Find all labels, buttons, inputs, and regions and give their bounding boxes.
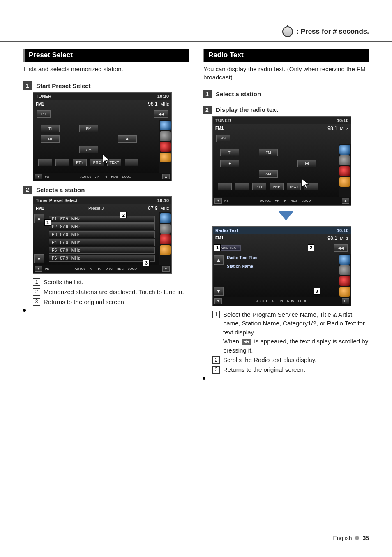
scroll-up-button[interactable]: ▲ xyxy=(214,255,224,265)
fm-button[interactable]: FM xyxy=(259,149,278,156)
collapse-icon[interactable]: ▼ xyxy=(214,198,222,204)
preset-item[interactable]: P287.9MHz xyxy=(49,223,155,230)
footer-ps: PS xyxy=(224,199,229,202)
note-1-box: 1 xyxy=(33,278,40,286)
record-icon[interactable] xyxy=(339,276,350,286)
record-icon[interactable] xyxy=(160,142,171,152)
text-button[interactable]: TEXT xyxy=(287,183,301,190)
am-button[interactable]: AM xyxy=(79,146,98,153)
blank-button[interactable] xyxy=(55,159,69,166)
expand-icon[interactable]: ▲ xyxy=(162,174,170,179)
expand-icon[interactable]: ▲ xyxy=(342,198,349,204)
frequency-value: 98.1 xyxy=(327,235,337,241)
globe-icon[interactable] xyxy=(160,213,171,223)
footer-af: AF xyxy=(272,299,276,303)
step-number-badge: 2 xyxy=(203,106,212,114)
section-end-dot xyxy=(203,377,205,380)
footer-drc: DRC xyxy=(105,267,112,271)
globe-icon[interactable] xyxy=(339,255,350,265)
settings-icon[interactable] xyxy=(160,245,171,255)
ti-button[interactable]: TI xyxy=(41,125,60,132)
frequency-unit: MHz xyxy=(340,126,348,131)
band-label: FM1 xyxy=(36,102,44,107)
preset-item[interactable]: P587.9MHz xyxy=(49,247,155,254)
note-2-box: 2 xyxy=(212,356,220,364)
globe-icon[interactable] xyxy=(160,121,171,130)
screen-title: TUNER xyxy=(36,94,51,99)
footer-auto: AUTO1 xyxy=(80,175,91,179)
rt-step-2-title: Display the radio text xyxy=(216,106,278,113)
media-icon[interactable] xyxy=(160,224,171,234)
screen-clock: 10:10 xyxy=(157,94,169,99)
blank-button[interactable] xyxy=(125,159,138,166)
return-icon[interactable]: ↵ xyxy=(162,266,170,272)
frequency-value: 98.1 xyxy=(327,125,337,131)
radio-text-plus-label: Radio Text Plus: xyxy=(227,255,336,260)
settings-icon[interactable] xyxy=(160,153,171,162)
pre-button[interactable]: PRE xyxy=(270,183,284,190)
settings-icon[interactable] xyxy=(339,287,350,297)
note-3-box: 3 xyxy=(33,298,40,306)
side-icon-column xyxy=(159,212,171,265)
callout-2: 2 xyxy=(120,212,127,218)
scroll-icon[interactable]: ◀◀ xyxy=(334,244,348,252)
fm-button[interactable]: FM xyxy=(79,125,98,132)
scroll-up-button[interactable]: ▲ xyxy=(34,214,44,223)
pty-button[interactable]: PTY xyxy=(252,183,266,190)
band-label: FM1 xyxy=(215,236,224,240)
preset-item[interactable]: P187.9MHz xyxy=(49,216,155,223)
preset-item[interactable]: P487.9MHz xyxy=(49,239,155,246)
record-icon[interactable] xyxy=(339,166,350,176)
band-label: FM1 xyxy=(215,126,224,130)
blank-button[interactable] xyxy=(235,183,249,190)
settings-icon[interactable] xyxy=(339,177,350,187)
stopwatch-icon xyxy=(282,26,293,37)
note-1-box: 1 xyxy=(212,311,220,318)
blank-button[interactable] xyxy=(218,183,232,190)
collapse-icon[interactable]: ▼ xyxy=(214,298,222,304)
screen-clock: 10:10 xyxy=(157,198,169,203)
record-icon[interactable] xyxy=(160,234,171,244)
arrow-down-icon xyxy=(279,211,293,220)
preset-item[interactable]: P687.9MHz xyxy=(49,255,155,262)
footer-af: AF xyxy=(95,175,99,179)
ps-button[interactable]: PS xyxy=(216,135,230,142)
note-1-text: Select the Program Service Name, Title &… xyxy=(223,310,369,355)
footer-af: AF xyxy=(275,199,279,202)
note-2-text: Scrolls the Radio text plus display. xyxy=(223,355,316,364)
am-button[interactable]: AM xyxy=(259,170,278,178)
media-icon[interactable] xyxy=(339,155,350,165)
footer-auto: AUTO1 xyxy=(260,199,271,202)
station-name-label: Station Name: xyxy=(227,264,336,269)
prev-button[interactable]: ⏮ xyxy=(41,135,60,143)
globe-icon[interactable] xyxy=(339,145,350,155)
ti-button[interactable]: TI xyxy=(220,149,239,156)
scroll-down-button[interactable]: ▼ xyxy=(214,287,224,296)
note-3-text: Returns to the original screen. xyxy=(223,365,305,374)
preset-item[interactable]: P387.9MHz xyxy=(49,231,155,238)
rt-step-2-header: 2 Display the radio text xyxy=(203,106,369,114)
scroll-icon[interactable]: ◀◀ xyxy=(154,110,168,118)
next-button[interactable]: ⏭ xyxy=(118,135,137,143)
collapse-icon[interactable]: ▼ xyxy=(35,174,42,179)
prev-button[interactable]: ⏮ xyxy=(220,160,239,167)
scroll-down-button[interactable]: ▼ xyxy=(34,254,44,263)
cursor-icon xyxy=(102,154,111,165)
return-icon[interactable]: ↵ xyxy=(342,298,349,304)
next-button[interactable]: ⏭ xyxy=(297,160,316,167)
footer-in: IN xyxy=(283,199,286,202)
screen-clock: 10:10 xyxy=(337,118,348,123)
media-icon[interactable] xyxy=(339,265,350,275)
step-number-badge: 1 xyxy=(203,90,212,98)
footer-dot-icon xyxy=(355,536,359,540)
collapse-icon[interactable]: ▼ xyxy=(35,266,42,272)
preset-list-screenshot: Tuner Preset Select 10:10 FM1 Preset 3 8… xyxy=(33,196,189,274)
blank-button[interactable] xyxy=(38,159,52,166)
footer-in: IN xyxy=(104,175,107,179)
footer-loud: LOUD xyxy=(298,299,307,303)
pty-button[interactable]: PTY xyxy=(73,159,87,166)
footer-auto: AUTO1 xyxy=(256,299,267,303)
media-icon[interactable] xyxy=(160,131,171,141)
footer-af: AF xyxy=(90,267,94,271)
ps-button[interactable]: PS xyxy=(37,110,51,118)
